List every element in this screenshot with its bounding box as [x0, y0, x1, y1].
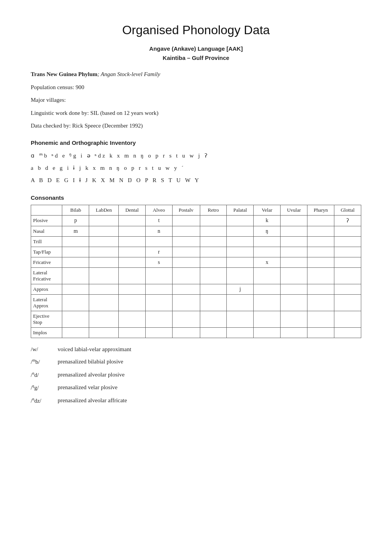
- meta-linguistic: Linguistic work done by: SIL (based on 1…: [31, 108, 361, 118]
- cell-1-7: ŋ: [254, 226, 281, 236]
- cell-3-6: [227, 247, 254, 257]
- cell-8-6: [227, 311, 254, 327]
- cell-6-1: [89, 284, 119, 294]
- cell-9-3: [145, 327, 172, 338]
- meta-data-checked: Data checked by: Rick Speece (December 1…: [31, 121, 361, 131]
- row-label-2: Trill: [31, 236, 62, 247]
- cell-3-4: [172, 247, 200, 257]
- col-header-uvular: Uvular: [281, 205, 307, 215]
- cell-9-2: [119, 327, 146, 338]
- cell-2-2: [119, 236, 146, 247]
- cell-3-9: [307, 247, 334, 257]
- col-header-velar: Velar: [254, 205, 281, 215]
- cell-5-2: [119, 267, 146, 284]
- cell-0-9: [307, 215, 334, 226]
- note-ndz-phoneme: /ndz/: [31, 396, 58, 405]
- cell-3-5: [200, 247, 227, 257]
- col-header-retro: Retro: [200, 205, 227, 215]
- cell-4-4: [172, 257, 200, 267]
- cell-4-1: [89, 257, 119, 267]
- cell-0-5: [200, 215, 227, 226]
- consonants-table: Bilab LabDen Dental Alveo Postalv Retro …: [31, 205, 361, 338]
- col-header-pharyn: Pharyn: [307, 205, 334, 215]
- note-w-desc: voiced labial-velar approximant: [58, 345, 361, 354]
- cell-1-8: [281, 226, 307, 236]
- note-mb-phoneme: /mb/: [31, 357, 58, 367]
- cell-6-7: [254, 284, 281, 294]
- cell-3-8: [281, 247, 307, 257]
- cell-5-10: [334, 267, 361, 284]
- phylum-label: Trans New Guinea Phylum: [31, 71, 98, 77]
- note-mb-desc: prenasalized bilabial plosive: [58, 357, 361, 366]
- cell-5-3: [145, 267, 172, 284]
- cell-9-0: [62, 327, 89, 338]
- cell-8-7: [254, 311, 281, 327]
- cell-2-4: [172, 236, 200, 247]
- note-mb: /mb/ prenasalized bilabial plosive: [31, 357, 361, 367]
- cell-5-1: [89, 267, 119, 284]
- phonemic-row-1: ɑ ᵐb ⁿd e ᵑg i ə ⁿdz k x m n ŋ o p r s t…: [31, 150, 361, 161]
- cell-3-0: [62, 247, 89, 257]
- col-header-label: [31, 205, 62, 215]
- cell-1-2: [119, 226, 146, 236]
- cell-5-8: [281, 267, 307, 284]
- cell-0-6: [227, 215, 254, 226]
- cell-7-7: [254, 294, 281, 311]
- col-header-dental: Dental: [119, 205, 146, 215]
- cell-6-8: [281, 284, 307, 294]
- subtitle-line2: Kaintiba – Gulf Province: [31, 53, 361, 63]
- col-header-bilab: Bilab: [62, 205, 89, 215]
- cell-8-1: [89, 311, 119, 327]
- phonemic-row-2: a b d e g i ɨ j k x m n ŋ o p r s t u w …: [31, 162, 361, 174]
- cell-6-2: [119, 284, 146, 294]
- cell-0-4: [172, 215, 200, 226]
- table-row: Fricativesx: [31, 257, 361, 267]
- cell-4-7: x: [254, 257, 281, 267]
- cell-2-8: [281, 236, 307, 247]
- note-ndz: /ndz/ prenasalized alveolar affricate: [31, 396, 361, 405]
- table-row: Lateral Fricative: [31, 267, 361, 284]
- cell-5-5: [200, 267, 227, 284]
- cell-0-8: [281, 215, 307, 226]
- table-row: Implos: [31, 327, 361, 338]
- meta-population: Population census: 900: [31, 83, 361, 93]
- cell-5-9: [307, 267, 334, 284]
- cell-8-2: [119, 311, 146, 327]
- cell-7-1: [89, 294, 119, 311]
- cell-4-9: [307, 257, 334, 267]
- cell-5-6: [227, 267, 254, 284]
- note-nd-desc: prenasalized alveolar plosive: [58, 370, 361, 379]
- cell-2-0: [62, 236, 89, 247]
- cell-7-2: [119, 294, 146, 311]
- table-row: Plosiveptkʔ: [31, 215, 361, 226]
- page-title: Organised Phonology Data: [31, 23, 361, 37]
- cell-5-4: [172, 267, 200, 284]
- cell-9-4: [172, 327, 200, 338]
- cell-6-10: [334, 284, 361, 294]
- cell-2-9: [307, 236, 334, 247]
- note-nd-phoneme: /nd/: [31, 370, 58, 380]
- cell-9-7: [254, 327, 281, 338]
- col-header-palatal: Palatal: [227, 205, 254, 215]
- row-label-9: Implos: [31, 327, 62, 338]
- col-header-alveo: Alveo: [145, 205, 172, 215]
- cell-7-4: [172, 294, 200, 311]
- note-nd: /nd/ prenasalized alveolar plosive: [31, 370, 361, 380]
- subtitle-line1: Angave (Ankave) Language [AAK]: [31, 44, 361, 53]
- row-label-5: Lateral Fricative: [31, 267, 62, 284]
- cell-3-7: [254, 247, 281, 257]
- cell-8-10: [334, 311, 361, 327]
- cell-9-9: [307, 327, 334, 338]
- cell-1-10: [334, 226, 361, 236]
- row-label-7: Lateral Approx: [31, 294, 62, 311]
- cell-0-0: p: [62, 215, 89, 226]
- cell-4-3: s: [145, 257, 172, 267]
- cell-7-8: [281, 294, 307, 311]
- cell-6-6: j: [227, 284, 254, 294]
- phonemic-heading: Phonemic and Orthographic Inventory: [31, 139, 361, 146]
- table-header-row: Bilab LabDen Dental Alveo Postalv Retro …: [31, 205, 361, 215]
- cell-1-9: [307, 226, 334, 236]
- cell-2-6: [227, 236, 254, 247]
- cell-1-0: m: [62, 226, 89, 236]
- cell-6-5: [200, 284, 227, 294]
